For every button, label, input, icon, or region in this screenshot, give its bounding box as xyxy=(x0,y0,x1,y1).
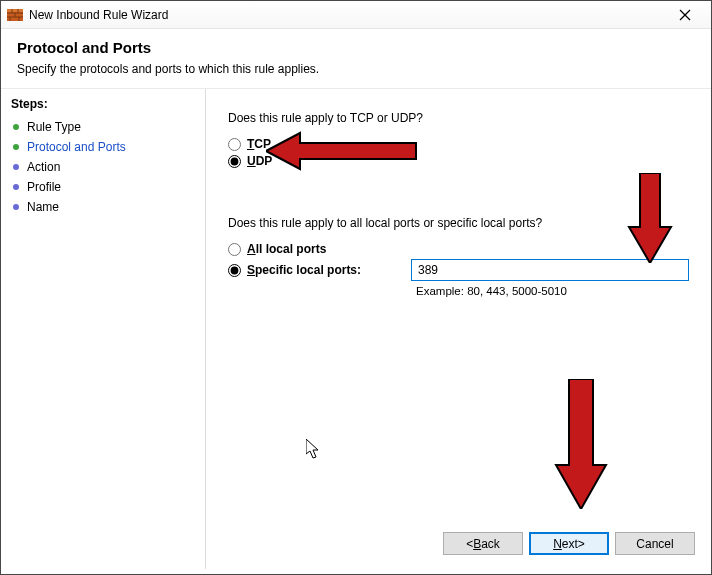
wizard-header: Protocol and Ports Specify the protocols… xyxy=(1,29,711,88)
wizard-body: Steps: Rule Type Protocol and Ports Acti… xyxy=(1,88,711,569)
titlebar: New Inbound Rule Wizard xyxy=(1,1,711,29)
step-label: Name xyxy=(27,200,59,214)
radio-specific-ports-label: Specific local ports: xyxy=(247,263,397,277)
ports-question: Does this rule apply to all local ports … xyxy=(228,216,689,230)
window-title: New Inbound Rule Wizard xyxy=(29,8,665,22)
bullet-icon xyxy=(11,182,21,192)
bullet-icon xyxy=(11,122,21,132)
next-button[interactable]: Next > xyxy=(529,532,609,555)
cursor-icon xyxy=(306,439,322,461)
specific-ports-input[interactable] xyxy=(411,259,689,281)
page-subtitle: Specify the protocols and ports to which… xyxy=(17,62,695,76)
step-label: Profile xyxy=(27,180,61,194)
svg-marker-18 xyxy=(556,379,606,509)
page-title: Protocol and Ports xyxy=(17,39,695,56)
radio-all-ports-label: All local ports xyxy=(247,242,326,256)
annotation-arrow-icon xyxy=(554,379,608,509)
svg-point-13 xyxy=(13,164,19,170)
radio-udp-row[interactable]: UDP xyxy=(228,154,689,168)
ports-example-text: Example: 80, 443, 5000-5010 xyxy=(416,285,689,297)
svg-point-11 xyxy=(13,124,19,130)
close-button[interactable] xyxy=(665,1,705,28)
step-protocol-ports[interactable]: Protocol and Ports xyxy=(11,137,195,157)
bullet-icon xyxy=(11,142,21,152)
step-profile[interactable]: Profile xyxy=(11,177,195,197)
firewall-icon xyxy=(7,7,23,23)
back-button[interactable]: < Back xyxy=(443,532,523,555)
step-rule-type[interactable]: Rule Type xyxy=(11,117,195,137)
steps-sidebar: Steps: Rule Type Protocol and Ports Acti… xyxy=(1,89,206,569)
radio-udp-label: UDP xyxy=(247,154,272,168)
step-label: Protocol and Ports xyxy=(27,140,126,154)
svg-point-14 xyxy=(13,184,19,190)
wizard-footer: < Back Next > Cancel xyxy=(443,532,695,555)
wizard-window: New Inbound Rule Wizard Protocol and Por… xyxy=(0,0,712,575)
step-label: Action xyxy=(27,160,60,174)
cancel-button[interactable]: Cancel xyxy=(615,532,695,555)
step-name[interactable]: Name xyxy=(11,197,195,217)
svg-point-12 xyxy=(13,144,19,150)
wizard-main: Does this rule apply to TCP or UDP? TCP … xyxy=(206,89,711,569)
svg-rect-1 xyxy=(7,9,23,12)
svg-marker-19 xyxy=(306,439,318,458)
step-label: Rule Type xyxy=(27,120,81,134)
radio-tcp-label: TCP xyxy=(247,137,271,151)
radio-specific-ports[interactable] xyxy=(228,264,241,277)
step-action[interactable]: Action xyxy=(11,157,195,177)
radio-all-ports-row[interactable]: All local ports xyxy=(228,242,689,256)
radio-udp[interactable] xyxy=(228,155,241,168)
bullet-icon xyxy=(11,202,21,212)
radio-tcp[interactable] xyxy=(228,138,241,151)
radio-all-ports[interactable] xyxy=(228,243,241,256)
radio-specific-ports-row[interactable]: Specific local ports: xyxy=(228,263,397,277)
bullet-icon xyxy=(11,162,21,172)
radio-tcp-row[interactable]: TCP xyxy=(228,137,689,151)
protocol-question: Does this rule apply to TCP or UDP? xyxy=(228,111,689,125)
steps-heading: Steps: xyxy=(11,97,195,111)
close-icon xyxy=(679,9,691,21)
svg-point-15 xyxy=(13,204,19,210)
